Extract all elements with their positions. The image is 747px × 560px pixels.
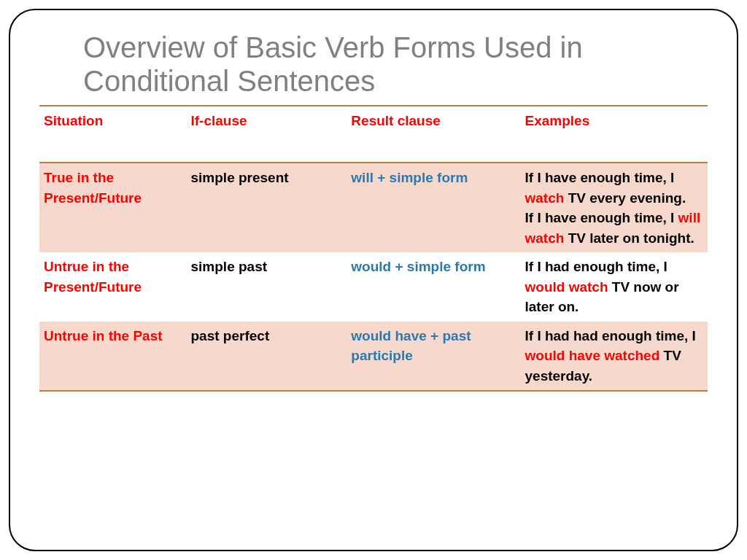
cell-ifclause: simple past xyxy=(187,252,347,322)
cell-result: will + simple form xyxy=(347,163,520,252)
example-highlight: watch xyxy=(525,190,565,206)
example-text: If I have enough time, I xyxy=(525,170,675,185)
cell-example: If I had had enough time, I would have w… xyxy=(521,322,708,392)
cell-ifclause: past perfect xyxy=(187,322,347,392)
cell-example: If I had enough time, I would watch TV n… xyxy=(521,252,708,322)
cell-situation: Untrue in the Past xyxy=(39,322,187,392)
cell-situation: Untrue in the Present/Future xyxy=(39,252,187,322)
col-examples: Examples xyxy=(521,106,708,163)
slide-frame: Overview of Basic Verb Forms Used in Con… xyxy=(9,9,738,551)
example-text: TV every evening. xyxy=(564,190,686,206)
col-ifclause: If-clause xyxy=(187,106,347,163)
col-situation: Situation xyxy=(39,106,187,163)
cell-result: would have + past participle xyxy=(347,322,520,392)
example-text: TV later on tonight. xyxy=(564,230,694,246)
example-highlight: would watch xyxy=(525,279,608,295)
example-text: If I had enough time, I xyxy=(525,259,667,274)
example-text: If I have enough time, I xyxy=(525,210,678,225)
cell-example: If I have enough time, I watch TV every … xyxy=(521,163,708,252)
cell-situation: True in the Present/Future xyxy=(39,163,187,252)
conditionals-table: Situation If-clause Result clause Exampl… xyxy=(39,105,708,392)
table-row: True in the Present/Future simple presen… xyxy=(39,163,708,252)
header-row: Situation If-clause Result clause Exampl… xyxy=(39,106,708,163)
page-title: Overview of Basic Verb Forms Used in Con… xyxy=(83,31,708,98)
table-row: Untrue in the Past past perfect would ha… xyxy=(39,322,708,392)
table-row: Untrue in the Present/Future simple past… xyxy=(39,252,708,322)
cell-result: would + simple form xyxy=(347,252,520,322)
example-text: If I had had enough time, I xyxy=(525,328,696,343)
cell-ifclause: simple present xyxy=(187,163,347,252)
col-result: Result clause xyxy=(347,106,520,163)
example-highlight: would have watched xyxy=(525,348,660,363)
